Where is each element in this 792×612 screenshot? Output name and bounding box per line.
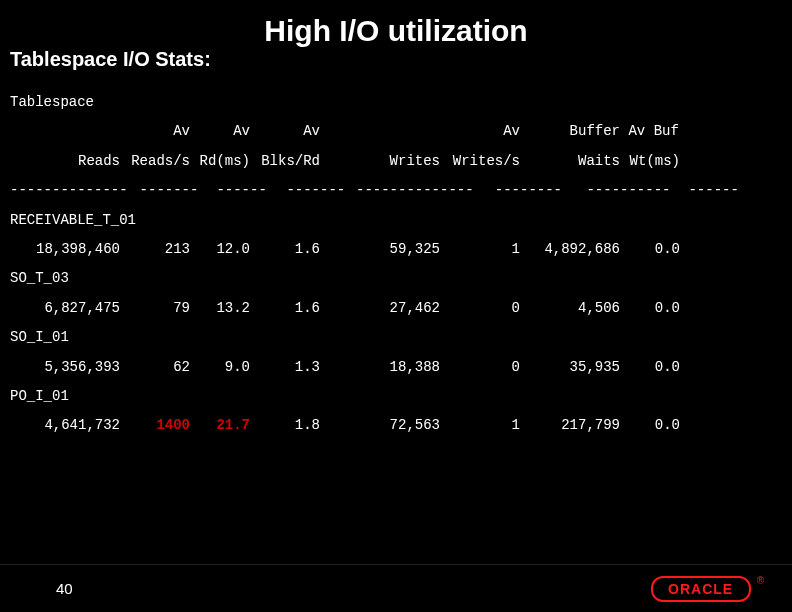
page-number: 40 [56,580,73,597]
slide-title: High I/O utilization [0,14,792,48]
cell-reads-s: 79 [120,294,190,323]
cell-waits: 4,892,686 [520,235,620,264]
tablespace-name: PO_I_01 [10,382,150,411]
col-reads-s: Reads/s [120,147,190,176]
col-writes: Writes [320,147,440,176]
col-av4: Av [440,117,520,146]
cell-wtms: 0.0 [620,353,680,382]
cell-rdms: 13.2 [190,294,250,323]
io-stats-table: Tablespace AvAvAv AvBuffer Av Buf ReadsR… [10,88,782,441]
slide: High I/O utilization Tablespace I/O Stat… [0,0,792,612]
cell-writes-s: 0 [440,353,520,382]
cell-blksrd: 1.6 [250,294,320,323]
cell-waits: 35,935 [520,353,620,382]
col-av2: Av [190,117,250,146]
cell-blksrd: 1.8 [250,411,320,440]
cell-writes: 59,325 [320,235,440,264]
oracle-logo: ORACLE ® [651,576,764,602]
col-rdms: Rd(ms) [190,147,250,176]
cell-writes-s: 1 [440,411,520,440]
col-buffer: Buffer [520,117,620,146]
header-label: Tablespace [10,88,150,117]
col-av1: Av [120,117,190,146]
cell-writes: 18,388 [320,353,440,382]
cell-wtms: 0.0 [620,294,680,323]
cell-reads-s: 62 [120,353,190,382]
cell-writes: 72,563 [320,411,440,440]
slide-footer: 40 ORACLE ® [0,564,792,612]
col-blksrd: Blks/Rd [250,147,320,176]
cell-waits: 4,506 [520,294,620,323]
cell-reads-s: 213 [120,235,190,264]
cell-reads: 18,398,460 [10,235,120,264]
col-av3: Av [250,117,320,146]
slide-subtitle: Tablespace I/O Stats: [10,48,211,71]
cell-waits: 217,799 [520,411,620,440]
cell-wtms: 0.0 [620,411,680,440]
cell-writes: 27,462 [320,294,440,323]
cell-reads: 4,641,732 [10,411,120,440]
col-wtms: Wt(ms) [620,147,680,176]
cell-blksrd: 1.6 [250,235,320,264]
cell-rdms: 12.0 [190,235,250,264]
col-buf: Buf [654,123,679,139]
tablespace-name: RECEIVABLE_T_01 [10,206,150,235]
cell-reads: 5,356,393 [10,353,120,382]
cell-rdms: 9.0 [190,353,250,382]
cell-writes-s: 1 [440,235,520,264]
tablespace-name: SO_T_03 [10,264,150,293]
cell-writes-s: 0 [440,294,520,323]
col-waits: Waits [520,147,620,176]
cell-wtms: 0.0 [620,235,680,264]
col-av-buf: Av [628,123,645,139]
cell-reads-s: 1400 [120,411,190,440]
tablespace-name: SO_I_01 [10,323,150,352]
col-writes-s: Writes/s [440,147,520,176]
col-reads: Reads [10,147,120,176]
cell-blksrd: 1.3 [250,353,320,382]
cell-reads: 6,827,475 [10,294,120,323]
registered-icon: ® [757,575,764,586]
cell-rdms: 21.7 [190,411,250,440]
oracle-logo-mark: ORACLE [651,576,751,602]
